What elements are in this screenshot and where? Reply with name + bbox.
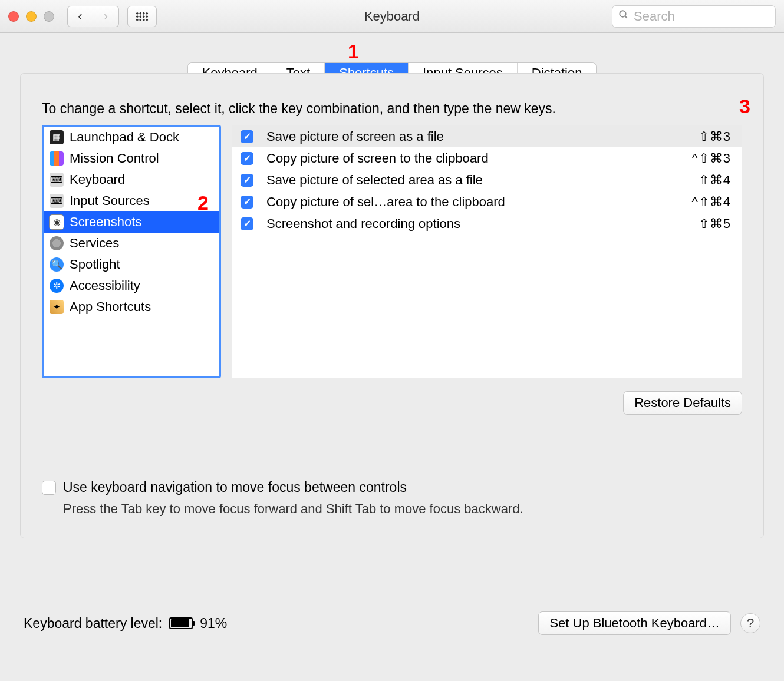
shortcut-label: Screenshot and recording options [266,216,686,232]
chevron-right-icon: › [104,9,108,24]
category-input-sources[interactable]: ⌨ Input Sources [44,190,219,211]
show-all-button[interactable] [127,6,157,27]
category-label: Accessibility [70,278,140,293]
shortcut-list[interactable]: ✓ Save picture of screen as a file ⇧⌘3 ✓… [232,125,742,378]
shortcut-checkbox[interactable]: ✓ [241,174,253,187]
battery-fill [171,619,189,627]
category-launchpad-dock[interactable]: ▦ Launchpad & Dock [44,127,219,148]
close-window-icon[interactable] [8,11,19,22]
instruction-text: To change a shortcut, select it, click t… [42,101,742,117]
svg-point-0 [620,11,626,17]
footer-right: Set Up Bluetooth Keyboard… ? [538,611,760,635]
annotation-1: 1 [348,40,359,63]
titlebar: ‹ › Keyboard [0,0,784,33]
keyboard-nav-subtext: Press the Tab key to move focus forward … [63,501,742,517]
shortcut-row[interactable]: ✓ Copy picture of sel…area to the clipbo… [232,191,742,213]
search-icon [618,9,629,23]
category-screenshots[interactable]: ◉ Screenshots [44,211,219,233]
keyboard-icon: ⌨ [50,173,64,187]
window-title: Keyboard [364,9,420,24]
back-button[interactable]: ‹ [67,6,93,27]
keyboard-nav-row: Use keyboard navigation to move focus be… [42,480,742,495]
category-label: Launchpad & Dock [70,130,179,145]
category-label: Keyboard [70,172,125,187]
app-shortcuts-icon: ✦ [50,300,64,314]
category-list[interactable]: 2 ▦ Launchpad & Dock Mission Control ⌨ K… [42,125,221,378]
category-keyboard[interactable]: ⌨ Keyboard [44,169,219,190]
search-input[interactable] [634,9,769,24]
shortcut-keys[interactable]: ⇧⌘3 [699,129,731,144]
category-label: App Shortcuts [70,299,151,315]
search-wrap [612,5,776,28]
keyboard-nav-label: Use keyboard navigation to move focus be… [63,480,407,495]
bluetooth-keyboard-button[interactable]: Set Up Bluetooth Keyboard… [538,611,731,635]
keyboard-nav-section: Use keyboard navigation to move focus be… [42,480,742,517]
category-label: Input Sources [70,193,150,209]
shortcut-checkbox[interactable]: ✓ [241,152,253,165]
shortcuts-panel: 3 To change a shortcut, select it, click… [20,73,764,538]
restore-defaults-button[interactable]: Restore Defaults [623,391,742,415]
category-label: Spotlight [70,257,120,272]
battery-percent: 91% [200,616,227,632]
shortcut-keys[interactable]: ^⇧⌘3 [691,151,731,166]
screenshots-icon: ◉ [50,215,64,229]
search-field[interactable] [612,5,776,28]
shortcut-label: Copy picture of sel…area to the clipboar… [266,194,678,210]
grid-icon [136,12,149,21]
shortcut-row[interactable]: ✓ Copy picture of screen to the clipboar… [232,147,742,169]
fullscreen-window-icon [44,11,54,22]
shortcut-row[interactable]: ✓ Save picture of selected area as a fil… [232,169,742,191]
shortcut-keys[interactable]: ⇧⌘5 [699,216,731,232]
chevron-left-icon: ‹ [78,9,82,24]
footer: Keyboard battery level: 91% Set Up Bluet… [0,611,784,635]
spotlight-icon: 🔍 [50,257,64,272]
battery-status: Keyboard battery level: 91% [24,616,227,632]
shortcut-checkbox[interactable]: ✓ [241,217,253,230]
annotation-3: 3 [739,95,750,118]
columns: 2 ▦ Launchpad & Dock Mission Control ⌨ K… [42,125,742,378]
shortcut-label: Save picture of screen as a file [266,129,686,144]
shortcut-row[interactable]: ✓ Save picture of screen as a file ⇧⌘3 [232,125,742,147]
svg-line-1 [625,16,627,18]
category-label: Mission Control [70,151,159,166]
launchpad-icon: ▦ [50,130,64,144]
category-label: Services [70,236,119,251]
forward-button: › [93,6,119,27]
help-icon: ? [747,616,754,631]
input-sources-icon: ⌨ [50,194,64,208]
annotation-2: 2 [197,191,209,214]
category-label: Screenshots [70,214,141,230]
mission-control-icon [50,151,64,166]
content: 1 Keyboard Text Shortcuts Input Sources … [0,33,784,538]
category-services[interactable]: Services [44,233,219,254]
shortcut-keys[interactable]: ^⇧⌘4 [691,194,731,210]
battery-icon [169,617,193,629]
help-button[interactable]: ? [740,613,760,633]
category-app-shortcuts[interactable]: ✦ App Shortcuts [44,296,219,318]
window-controls [8,11,54,22]
shortcut-checkbox[interactable]: ✓ [241,130,253,143]
accessibility-icon: ✲ [50,279,64,293]
shortcut-keys[interactable]: ⇧⌘4 [699,173,731,188]
minimize-window-icon[interactable] [26,11,37,22]
shortcut-checkbox[interactable]: ✓ [241,196,253,209]
category-mission-control[interactable]: Mission Control [44,148,219,169]
shortcut-row[interactable]: ✓ Screenshot and recording options ⇧⌘5 [232,213,742,234]
battery-label: Keyboard battery level: [24,616,162,632]
nav-buttons: ‹ › [67,6,119,27]
services-icon [50,236,64,250]
shortcut-label: Save picture of selected area as a file [266,173,686,188]
category-accessibility[interactable]: ✲ Accessibility [44,275,219,296]
category-spotlight[interactable]: 🔍 Spotlight [44,254,219,275]
restore-row: Restore Defaults [42,391,742,415]
shortcut-label: Copy picture of screen to the clipboard [266,151,678,166]
keyboard-nav-checkbox[interactable] [42,481,56,495]
